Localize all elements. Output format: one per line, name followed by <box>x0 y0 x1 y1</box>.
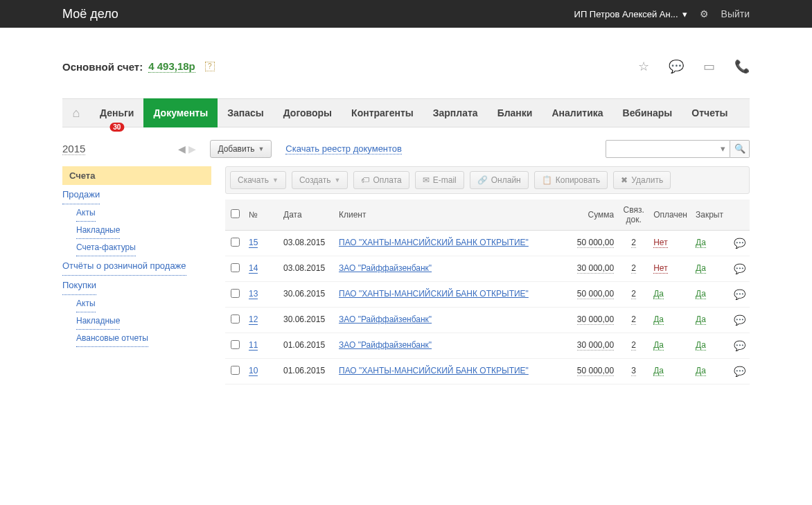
create-button[interactable]: Создать ▼ <box>292 171 348 189</box>
closed-status[interactable]: Да <box>696 238 706 248</box>
sidebar-prodazhi[interactable]: Продажи <box>62 185 100 204</box>
row-checkbox[interactable] <box>231 340 240 349</box>
comment-icon[interactable]: 💬 <box>734 314 745 326</box>
doc-number-link[interactable]: 14 <box>249 263 258 274</box>
doc-number-link[interactable]: 11 <box>249 340 258 351</box>
paid-status[interactable]: Да <box>653 314 664 325</box>
email-button[interactable]: ✉ E-mail <box>415 171 464 189</box>
row-checkbox[interactable] <box>231 366 240 375</box>
client-link[interactable]: ПАО "ХАНТЫ-МАНСИЙСКИЙ БАНК ОТКРЫТИЕ" <box>339 289 529 299</box>
doc-sum[interactable]: 30 000,00 <box>577 314 614 325</box>
comment-icon[interactable]: 💬 <box>734 263 745 274</box>
row-checkbox[interactable] <box>231 289 240 298</box>
sidebar-nakladnye1[interactable]: Накладные <box>76 222 120 239</box>
paid-status[interactable]: Да <box>653 340 664 351</box>
phone-icon[interactable]: 📞 <box>734 59 750 74</box>
th-num[interactable]: № <box>245 200 279 231</box>
payment-button[interactable]: 🏷 Оплата <box>353 171 409 189</box>
paid-status[interactable]: Нет <box>653 238 667 248</box>
search-button[interactable]: 🔍 <box>730 140 750 158</box>
client-link[interactable]: ЗАО "Райффайзенбанк" <box>339 340 432 350</box>
add-button[interactable]: Добавить ▼ <box>210 140 272 158</box>
select-all-checkbox[interactable] <box>231 209 240 218</box>
th-sum[interactable]: Сумма <box>563 200 618 231</box>
year-select[interactable]: 2015 <box>62 143 85 155</box>
logo[interactable]: Моё дело <box>62 7 118 21</box>
chat-icon[interactable]: 💬 <box>669 59 684 74</box>
linked-docs[interactable]: 3 <box>631 366 636 376</box>
doc-sum[interactable]: 30 000,00 <box>577 263 614 274</box>
nav-blanki[interactable]: Бланки <box>488 98 542 127</box>
linked-docs[interactable]: 2 <box>631 263 636 274</box>
doc-sum[interactable]: 50 000,00 <box>577 289 614 299</box>
doc-number-link[interactable]: 13 <box>249 289 258 299</box>
nav-vebinary[interactable]: Вебинары <box>613 98 682 127</box>
gear-icon[interactable]: ⚙ <box>700 8 709 19</box>
closed-status[interactable]: Да <box>696 263 706 274</box>
th-zakryt[interactable]: Закрыт <box>691 200 730 231</box>
help-icon[interactable]: ? <box>205 62 215 71</box>
comment-icon[interactable]: 💬 <box>734 340 745 351</box>
closed-status[interactable]: Да <box>696 340 706 351</box>
nav-otchety[interactable]: Отчеты <box>682 98 737 127</box>
closed-status[interactable]: Да <box>696 314 706 325</box>
copy-button[interactable]: 📋 Копировать <box>534 171 608 189</box>
account-balance[interactable]: 4 493,18р <box>148 60 195 73</box>
search-select[interactable] <box>606 140 730 158</box>
sidebar-akty2[interactable]: Акты <box>76 295 96 312</box>
client-link[interactable]: ПАО "ХАНТЫ-МАНСИЙСКИЙ БАНК ОТКРЫТИЕ" <box>339 238 529 247</box>
th-date[interactable]: Дата <box>279 200 335 231</box>
sidebar-otchety[interactable]: Отчёты о розничной продаже <box>62 256 186 276</box>
closed-status[interactable]: Да <box>696 289 706 299</box>
sidebar-pokupki[interactable]: Покупки <box>62 276 96 295</box>
row-checkbox[interactable] <box>231 263 240 272</box>
th-svyaz[interactable]: Связ. док. <box>618 200 649 231</box>
th-oplachen[interactable]: Оплачен <box>649 200 691 231</box>
online-button[interactable]: 🔗 Онлайн <box>470 171 529 189</box>
nav-dogovory[interactable]: Договоры <box>274 98 342 127</box>
doc-sum[interactable]: 30 000,00 <box>577 340 614 351</box>
client-link[interactable]: ПАО "ХАНТЫ-МАНСИЙСКИЙ БАНК ОТКРЫТИЕ" <box>339 366 529 375</box>
sidebar-avansovye[interactable]: Авансовые отчеты <box>76 330 148 347</box>
nav-documents[interactable]: Документы <box>143 98 218 127</box>
closed-status[interactable]: Да <box>696 366 706 376</box>
delete-button[interactable]: ✖ Удалить <box>613 171 671 189</box>
sidebar-scheta-faktury[interactable]: Счета-фактуры <box>76 239 136 256</box>
logout-link[interactable]: Выйти <box>721 8 750 19</box>
comment-icon[interactable]: 💬 <box>734 238 745 249</box>
download-registry-link[interactable]: Скачать реестр документов <box>285 143 402 154</box>
doc-sum[interactable]: 50 000,00 <box>577 238 614 248</box>
star-icon[interactable]: ☆ <box>638 59 649 74</box>
linked-docs[interactable]: 2 <box>631 314 636 325</box>
user-dropdown[interactable]: ИП Петров Алексей Ан... ▾ <box>574 9 687 19</box>
card-icon[interactable]: ▭ <box>703 59 715 74</box>
th-client[interactable]: Клиент <box>335 200 563 231</box>
arrow-left-icon[interactable]: ◀ <box>178 143 186 154</box>
doc-sum[interactable]: 50 000,00 <box>577 366 614 376</box>
doc-number-link[interactable]: 10 <box>249 366 258 376</box>
paid-status[interactable]: Да <box>653 289 664 299</box>
row-checkbox[interactable] <box>231 314 240 324</box>
client-link[interactable]: ЗАО "Райффайзенбанк" <box>339 263 432 273</box>
sidebar-akty1[interactable]: Акты <box>76 204 96 222</box>
nav-zapasy[interactable]: Запасы <box>218 98 274 127</box>
linked-docs[interactable]: 2 <box>631 289 636 299</box>
nav-zarplata[interactable]: Зарплата <box>423 98 488 127</box>
row-checkbox[interactable] <box>231 238 240 247</box>
download-button[interactable]: Скачать ▼ <box>230 171 286 189</box>
paid-status[interactable]: Да <box>653 366 664 376</box>
nav-money[interactable]: Деньги 30 <box>90 98 143 127</box>
doc-number-link[interactable]: 15 <box>249 238 258 248</box>
comment-icon[interactable]: 💬 <box>734 366 745 377</box>
sidebar-nakladnye2[interactable]: Накладные <box>76 312 120 330</box>
linked-docs[interactable]: 2 <box>631 340 636 351</box>
nav-analitika[interactable]: Аналитика <box>542 98 612 127</box>
client-link[interactable]: ЗАО "Райффайзенбанк" <box>339 314 432 324</box>
nav-kontragenty[interactable]: Контрагенты <box>342 98 423 127</box>
paid-status[interactable]: Нет <box>653 263 667 274</box>
arrow-right-icon[interactable]: ▶ <box>188 143 196 154</box>
linked-docs[interactable]: 2 <box>631 238 636 248</box>
comment-icon[interactable]: 💬 <box>734 289 745 300</box>
home-icon[interactable]: ⌂ <box>62 106 90 121</box>
doc-number-link[interactable]: 12 <box>249 314 258 325</box>
